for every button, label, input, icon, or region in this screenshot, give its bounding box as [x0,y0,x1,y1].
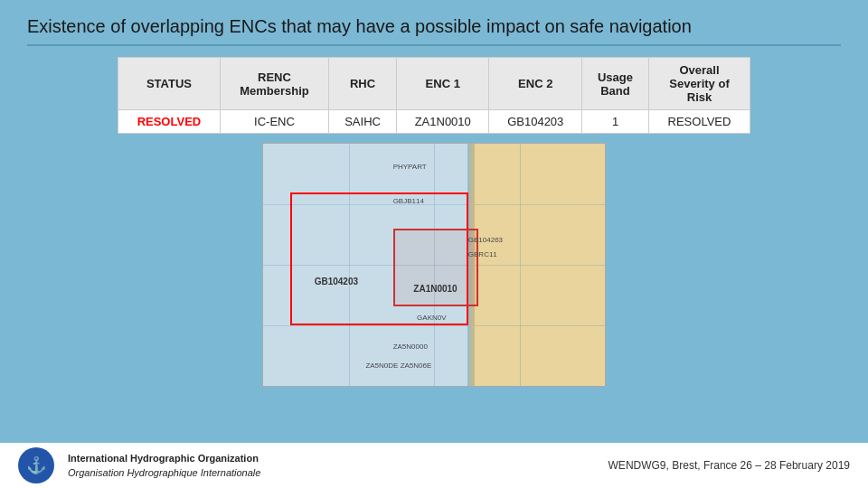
map-text-6: ZA5N0000 [393,343,428,351]
map-container: GB104203 ZA1N0010 PHYPART GBJB114 GB1042… [262,143,606,387]
map-label-gb: GB104203 [315,277,358,286]
footer: ⚓ International Hydrographic Organizatio… [0,443,868,488]
grid-v3 [520,144,521,386]
map-label-za: ZA1N0010 [413,284,457,294]
title-divider [27,44,841,46]
map-background: GB104203 ZA1N0010 PHYPART GBJB114 GB1042… [263,144,605,386]
col-rhc: RHC [329,58,397,110]
main-content: Existence of overlapping ENCs that may h… [0,0,868,443]
footer-event: WENDWG9, Brest, France 26 – 28 February … [609,459,850,472]
map-text-3: GB104263 [468,236,503,244]
footer-org-text: International Hydrographic Organization … [68,451,260,481]
table-header-row: STATUS RENCMembership RHC ENC 1 ENC 2 Us… [118,58,750,110]
org-name-fr: Organisation Hydrographique Internationa… [68,465,260,481]
col-status: STATUS [118,58,221,110]
org-name-en: International Hydrographic Organization [68,451,260,466]
col-enc2: ENC 2 [489,58,582,110]
map-text-1: PHYPART [393,163,427,171]
cell-enc1: ZA1N0010 [396,110,489,134]
col-severity: OverallSeverity ofRisk [648,58,750,110]
table-row: RESOLVED IC-ENC SAIHC ZA1N0010 GB104203 … [118,110,750,134]
cell-renc: IC-ENC [220,110,328,134]
cell-overall-severity: RESOLVED [648,110,750,134]
enc-table: STATUS RENCMembership RHC ENC 1 ENC 2 Us… [118,57,750,134]
cell-rhc: SAIHC [329,110,397,134]
col-enc1: ENC 1 [396,58,489,110]
page-title: Existence of overlapping ENCs that may h… [27,16,841,37]
iho-logo: ⚓ [18,447,54,483]
col-usage-band: UsageBand [582,58,649,110]
data-table-container: STATUS RENCMembership RHC ENC 1 ENC 2 Us… [118,57,750,134]
cell-usage-band: 1 [582,110,649,134]
map-text-4: GBRC11 [468,250,497,258]
cell-enc2: GB104203 [489,110,582,134]
map-text-5: GAKN0V [417,314,446,322]
za-enc-boundary [393,229,479,306]
col-renc: RENCMembership [220,58,328,110]
cell-status: RESOLVED [118,110,221,134]
map-text-2: GBJB114 [393,197,424,205]
map-text-7: ZA5N0DE ZA5N06E [365,361,431,370]
